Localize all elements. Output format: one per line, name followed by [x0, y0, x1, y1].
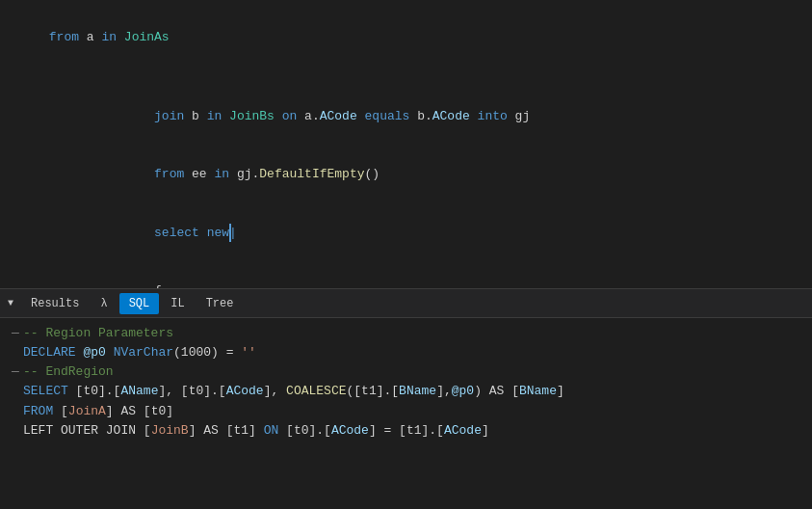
sql-func-coalesce: COALESCE — [286, 382, 346, 401]
code-line-2 — [0, 67, 812, 88]
sql-param-p0: @p0 — [83, 343, 105, 362]
sql-select-t0-2: ], [t0].[ — [158, 382, 225, 401]
sql-select-t0: [t0].[ — [68, 382, 121, 401]
code-line-6: { — [0, 262, 812, 290]
code-line-3: join b in JoinBs on a.ACode equals b.ACo… — [0, 87, 812, 146]
sql-line-comment-region: — -- Region Parameters — [12, 324, 800, 343]
bottom-panel: ▼ Results λ SQL IL Tree — -- Region Para… — [0, 289, 812, 509]
sql-comment-endregion: -- EndRegion — [23, 362, 114, 382]
sql-join-col-acode2: ACode — [444, 421, 482, 441]
sql-line-select: SELECT [t0].[ AName ], [t0].[ ACode ], C… — [12, 382, 800, 401]
sql-line-join: LEFT OUTER JOIN [ JoinB ] AS [t1] ON [t0… — [12, 421, 800, 441]
sql-col-acode: ACode — [226, 382, 264, 401]
tab-results[interactable]: Results — [21, 293, 89, 314]
tab-tree[interactable]: Tree — [196, 293, 244, 314]
line-bar — [12, 421, 21, 441]
sql-on-close: ] — [482, 421, 489, 441]
line-bar — [12, 402, 21, 421]
tab-lambda[interactable]: λ — [91, 293, 117, 314]
line-bar: — — [12, 324, 21, 343]
collapse-arrow-icon[interactable]: ▼ — [8, 298, 13, 308]
sql-space2 — [106, 343, 114, 362]
code-line-5: select new| — [0, 203, 812, 262]
sql-keyword-from: FROM — [23, 402, 53, 421]
sql-type-nvarchar: NVarChar — [114, 343, 173, 362]
sql-coalesce-open: ([t1].[ — [347, 382, 400, 401]
sql-coalesce-comma: ], — [436, 382, 452, 401]
sql-col-aname: AName — [120, 382, 158, 401]
sql-from-alias: ] AS [t0] — [106, 402, 173, 421]
tabs-bar: ▼ Results λ SQL IL Tree — [0, 289, 812, 318]
sql-join-col-acode: ACode — [331, 421, 369, 441]
editor-pane[interactable]: from a in JoinAs join b in JoinBs on a.A… — [0, 0, 812, 289]
sql-keyword-on: ON — [264, 421, 279, 441]
sql-line-comment-endregion: — -- EndRegion — [12, 362, 800, 382]
sql-nvarchar-size: (1000) = — [173, 343, 241, 362]
sql-coalesce-close: ] — [557, 382, 564, 401]
sql-from-bracket: [ — [53, 402, 68, 421]
line-bar — [12, 343, 21, 362]
sql-coalesce-as: ) AS [ — [474, 382, 519, 401]
sql-on-t0: [t0].[ — [278, 421, 331, 441]
sql-line-declare: DECLARE @p0 NVarChar (1000) = '' — [12, 343, 800, 362]
sql-table-joina: JoinA — [68, 402, 106, 421]
line-bar — [12, 382, 21, 401]
tab-sql[interactable]: SQL — [119, 293, 160, 314]
sql-on-eq: ] = [t1].[ — [369, 421, 444, 441]
sql-col-bname: BName — [399, 382, 436, 401]
sql-space — [76, 343, 84, 362]
code-line-4: from ee in gj.DefaultIfEmpty() — [0, 146, 812, 204]
sql-line-from: FROM [ JoinA ] AS [t0] — [12, 402, 800, 421]
sql-comment-text: -- Region Parameters — [23, 324, 173, 343]
results-content[interactable]: — -- Region Parameters DECLARE @p0 NVarC… — [0, 318, 812, 509]
sql-keyword-select: SELECT — [23, 382, 68, 401]
sql-keyword-declare: DECLARE — [23, 343, 76, 362]
line-bar: — — [12, 362, 21, 382]
sql-table-joinb: JoinB — [151, 421, 189, 441]
sql-param-p0-2: @p0 — [452, 382, 474, 401]
sql-select-comma: ], — [264, 382, 286, 401]
sql-empty-string: '' — [241, 343, 256, 362]
sql-join-alias: ] AS [t1] — [189, 421, 264, 441]
sql-join-keyword: LEFT OUTER JOIN — [23, 421, 136, 441]
tab-il[interactable]: IL — [161, 293, 194, 314]
code-line-1: from a in JoinAs — [0, 8, 812, 67]
sql-alias-bname: BName — [519, 382, 557, 401]
sql-join-bracket: [ — [136, 421, 151, 441]
